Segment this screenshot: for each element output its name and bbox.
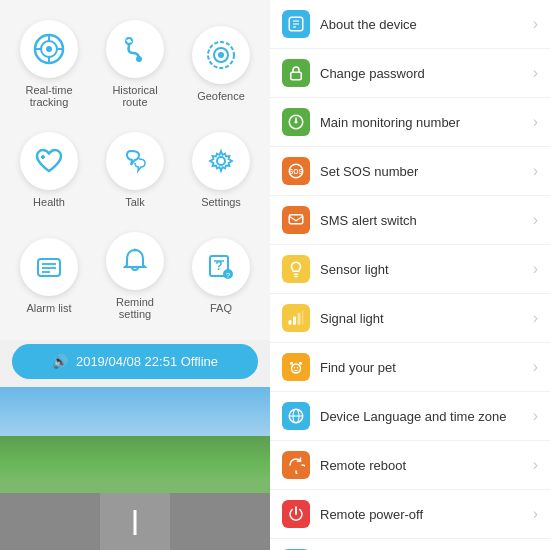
- grid-item-alarm[interactable]: Alarm list: [10, 224, 88, 328]
- menu-item-sensor-light[interactable]: Sensor light›: [270, 245, 550, 294]
- svg-point-9: [127, 39, 131, 43]
- alarm-icon-circle: [20, 238, 78, 296]
- remind-icon-circle: [106, 232, 164, 290]
- menu-list: About the device›Change password›Main mo…: [270, 0, 550, 550]
- change-password-icon: [282, 59, 310, 87]
- language-time-icon: [282, 402, 310, 430]
- remote-reboot-arrow: ›: [533, 456, 538, 474]
- main-monitoring-icon: [282, 108, 310, 136]
- menu-item-about-device[interactable]: About the device›: [270, 0, 550, 49]
- menu-item-signal-light[interactable]: Signal light›: [270, 294, 550, 343]
- volume-icon: 🔊: [52, 354, 68, 369]
- remote-reboot-icon: [282, 451, 310, 479]
- about-device-label: About the device: [320, 17, 533, 32]
- remote-reboot-label: Remote reboot: [320, 458, 533, 473]
- main-monitoring-label: Main monitoring number: [320, 115, 533, 130]
- signal-light-arrow: ›: [533, 309, 538, 327]
- talk-icon-circle: [106, 132, 164, 190]
- svg-rect-30: [291, 72, 302, 80]
- svg-rect-39: [289, 320, 292, 325]
- sensor-light-label: Sensor light: [320, 262, 533, 277]
- about-device-icon: [282, 10, 310, 38]
- svg-point-43: [292, 364, 301, 373]
- svg-point-20: [134, 249, 137, 252]
- menu-item-sms-alert[interactable]: SMS alert switch›: [270, 196, 550, 245]
- menu-item-sos-number[interactable]: SOSSet SOS number›: [270, 147, 550, 196]
- sms-alert-label: SMS alert switch: [320, 213, 533, 228]
- right-panel: About the device›Change password›Main mo…: [270, 0, 550, 550]
- svg-point-8: [136, 56, 142, 62]
- signal-light-icon: [282, 304, 310, 332]
- tracking-icon-circle: [20, 20, 78, 78]
- map-view: [0, 387, 270, 550]
- left-panel: Real-time tracking Historical route: [0, 0, 270, 550]
- sms-alert-icon: [282, 206, 310, 234]
- menu-item-remote-reboot[interactable]: Remote reboot›: [270, 441, 550, 490]
- road-area: [0, 493, 270, 550]
- status-bar: 🔊 2019/04/08 22:51 Offline: [12, 344, 258, 379]
- settings-label: Settings: [201, 196, 241, 208]
- menu-item-change-password[interactable]: Change password›: [270, 49, 550, 98]
- route-icon-circle: [106, 20, 164, 78]
- svg-point-15: [217, 157, 225, 165]
- svg-rect-41: [298, 313, 301, 325]
- sensor-light-icon: [282, 255, 310, 283]
- change-password-label: Change password: [320, 66, 533, 81]
- find-pet-label: Find your pet: [320, 360, 533, 375]
- talk-label: Talk: [125, 196, 145, 208]
- menu-item-remote-poweroff[interactable]: Remote power-off›: [270, 490, 550, 539]
- road-marking: [134, 510, 137, 535]
- geofence-icon-circle: [192, 26, 250, 84]
- grid-item-tracking[interactable]: Real-time tracking: [10, 12, 88, 116]
- faq-label: FAQ: [210, 302, 232, 314]
- main-grid: Real-time tracking Historical route: [0, 0, 270, 340]
- menu-item-find-pet[interactable]: Find your pet›: [270, 343, 550, 392]
- grid-item-route[interactable]: Historical route: [96, 12, 174, 116]
- hills-bg: [0, 436, 270, 501]
- grid-item-health[interactable]: Health: [10, 124, 88, 216]
- change-password-arrow: ›: [533, 64, 538, 82]
- remote-poweroff-label: Remote power-off: [320, 507, 533, 522]
- alarm-label: Alarm list: [26, 302, 71, 314]
- sms-alert-arrow: ›: [533, 211, 538, 229]
- remote-poweroff-icon: [282, 500, 310, 528]
- menu-item-language-time[interactable]: Device Language and time zone›: [270, 392, 550, 441]
- svg-point-2: [46, 46, 52, 52]
- svg-rect-42: [302, 311, 304, 325]
- main-monitoring-arrow: ›: [533, 113, 538, 131]
- grid-item-faq[interactable]: ? ? FAQ: [182, 224, 260, 328]
- about-device-arrow: ›: [533, 15, 538, 33]
- grid-item-settings[interactable]: Settings: [182, 124, 260, 216]
- remind-label: Remind setting: [100, 296, 170, 320]
- grid-item-remind[interactable]: Remind setting: [96, 224, 174, 328]
- menu-item-factory-reset[interactable]: Factory-Reset›: [270, 539, 550, 550]
- svg-rect-40: [293, 317, 296, 325]
- faq-icon-circle: ? ?: [192, 238, 250, 296]
- tracking-label: Real-time tracking: [14, 84, 84, 108]
- svg-text:SOS: SOS: [289, 168, 304, 175]
- status-text: 2019/04/08 22:51 Offline: [76, 354, 218, 369]
- signal-light-label: Signal light: [320, 311, 533, 326]
- grid-item-geofence[interactable]: Geofence: [182, 12, 260, 116]
- sos-number-arrow: ›: [533, 162, 538, 180]
- svg-point-47: [297, 367, 299, 369]
- grid-item-talk[interactable]: Talk: [96, 124, 174, 216]
- language-time-arrow: ›: [533, 407, 538, 425]
- geofence-label: Geofence: [197, 90, 245, 102]
- svg-point-44: [290, 362, 293, 365]
- svg-point-46: [294, 367, 296, 369]
- svg-point-45: [299, 362, 302, 365]
- sensor-light-arrow: ›: [533, 260, 538, 278]
- health-label: Health: [33, 196, 65, 208]
- find-pet-arrow: ›: [533, 358, 538, 376]
- sos-number-icon: SOS: [282, 157, 310, 185]
- settings-icon-circle: [192, 132, 250, 190]
- language-time-label: Device Language and time zone: [320, 409, 533, 424]
- svg-rect-36: [289, 215, 303, 224]
- sos-number-label: Set SOS number: [320, 164, 533, 179]
- svg-point-12: [218, 52, 224, 58]
- route-label: Historical route: [100, 84, 170, 108]
- svg-text:?: ?: [226, 271, 231, 280]
- remote-poweroff-arrow: ›: [533, 505, 538, 523]
- menu-item-main-monitoring[interactable]: Main monitoring number›: [270, 98, 550, 147]
